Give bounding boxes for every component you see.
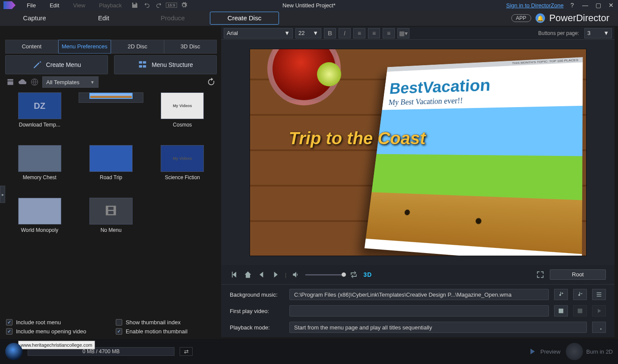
fpv-remove-button[interactable]: [573, 305, 587, 317]
preview-action[interactable]: Preview: [527, 347, 560, 356]
help-icon[interactable]: ?: [568, 1, 577, 9]
chk-motion-thumb[interactable]: ✓Enable motion thumbnail: [116, 328, 217, 335]
fpv-browse-button[interactable]: [554, 305, 568, 317]
remove-music-button[interactable]: [573, 289, 587, 300]
template-thumb: My Videos: [161, 145, 204, 172]
home-icon[interactable]: [244, 270, 252, 279]
overlay-title[interactable]: Trip to the Coast: [289, 129, 426, 148]
minimize-icon[interactable]: —: [581, 1, 589, 9]
mode-row: Capture Edit Produce Create Disc APP 🔔 P…: [0, 10, 618, 26]
playback-mode-field[interactable]: Start from the menu page and play all ti…: [289, 322, 587, 333]
playback-mode-button[interactable]: [592, 322, 606, 333]
menu-preview[interactable]: THIS MONTH'S TOPIC: TOP 100 PLACES BestV…: [250, 49, 586, 256]
mode-create-disc[interactable]: Create Disc: [210, 12, 279, 25]
align-right-button[interactable]: ≡: [383, 28, 395, 38]
create-menu-label: Create Menu: [46, 61, 81, 68]
refresh-icon[interactable]: [206, 77, 216, 87]
playlist-icon: [596, 324, 602, 331]
template-item[interactable]: World Monopoly: [7, 198, 72, 246]
subtab-2d-disc[interactable]: 2D Disc: [111, 40, 164, 54]
swap-icon[interactable]: ⇄: [180, 347, 193, 356]
status-url: www.heritagechristiancollege.com: [18, 341, 95, 349]
menu-structure-button[interactable]: Menu Structure: [114, 55, 217, 74]
bg-music-field[interactable]: C:\Program Files (x86)\CyberLink\Templat…: [289, 289, 549, 300]
music-settings-button[interactable]: [592, 289, 606, 300]
notifications-bell-icon[interactable]: 🔔: [536, 13, 545, 23]
template-item[interactable]: Memory Chest: [7, 145, 72, 193]
italic-button[interactable]: I: [339, 28, 351, 38]
chk-thumb-label: Show thumbnail index: [126, 319, 181, 326]
project-title: New Untitled Project*: [282, 2, 336, 9]
layout-button[interactable]: ▦▾: [397, 28, 409, 38]
template-label: Road Trip: [100, 174, 122, 180]
app-pill[interactable]: APP: [511, 14, 531, 22]
root-button[interactable]: Root: [550, 269, 606, 280]
fpv-field[interactable]: [289, 305, 549, 317]
font-size-select[interactable]: 22▼: [295, 28, 321, 38]
buttons-per-page-select[interactable]: 3▼: [584, 28, 612, 38]
menu-view: View: [67, 1, 91, 10]
fullscreen-icon[interactable]: [536, 270, 545, 279]
template-label: Download Temp...: [19, 122, 60, 128]
chk-thumb-index[interactable]: Show thumbnail index: [116, 319, 217, 326]
aspect-ratio-icon[interactable]: 16:9: [166, 3, 177, 8]
save-icon[interactable]: [131, 2, 138, 9]
magazine-title: BestVacation: [388, 76, 491, 98]
burn-action[interactable]: Burn in 2D: [566, 343, 613, 360]
cloud-icon[interactable]: [18, 78, 27, 86]
templates-filter-label: All Templates: [46, 79, 79, 85]
signin-link[interactable]: Sign in to DirectorZone: [506, 2, 564, 9]
volume-knob[interactable]: [342, 272, 346, 277]
loop-icon[interactable]: [349, 270, 358, 279]
template-grid[interactable]: DZDownload Temp...Best Vacation G...My V…: [5, 90, 217, 333]
undo-icon[interactable]: [143, 2, 150, 9]
template-thumb: [89, 93, 133, 99]
3d-toggle[interactable]: 3D: [363, 271, 372, 278]
right-panel: Arial▼ 22▼ B I ≡ ≡ ≡ ▦▾ Buttons per page…: [221, 27, 615, 337]
chk-include-root[interactable]: ✓Include root menu: [6, 319, 107, 326]
app-logo-icon: [3, 1, 16, 9]
chevron-down-icon: ▼: [313, 30, 318, 36]
step-back-icon[interactable]: [257, 270, 266, 279]
template-item[interactable]: 🎞No Menu: [79, 198, 143, 246]
maximize-icon[interactable]: ▢: [594, 1, 602, 9]
subtab-content[interactable]: Content: [5, 40, 58, 54]
mode-produce[interactable]: Produce: [138, 10, 207, 26]
close-icon[interactable]: ✕: [607, 1, 615, 9]
magazine-photo: [371, 106, 583, 200]
chk-opening-label: Include menu opening video: [16, 328, 86, 335]
globe-icon[interactable]: [30, 78, 39, 86]
step-fwd-icon[interactable]: [271, 270, 280, 279]
menu-file[interactable]: File: [21, 1, 42, 10]
align-center-button[interactable]: ≡: [368, 28, 380, 38]
subtab-3d-disc[interactable]: 3D Disc: [164, 40, 217, 54]
volume-icon[interactable]: [292, 270, 300, 279]
subtab-menu-preferences[interactable]: Menu Preferences: [58, 40, 111, 54]
templates-filter-dropdown[interactable]: All Templates ▼: [42, 76, 98, 88]
bold-button[interactable]: B: [324, 28, 336, 38]
prev-chapter-icon[interactable]: [230, 270, 238, 279]
align-left-button[interactable]: ≡: [353, 28, 365, 38]
import-icon[interactable]: [6, 78, 15, 86]
menu-edit[interactable]: Edit: [44, 1, 65, 10]
film-minus-icon: [577, 307, 583, 314]
template-item[interactable]: My VideosScience Fiction: [150, 145, 215, 193]
template-item[interactable]: My VideosCosmos: [150, 92, 215, 141]
template-item[interactable]: Best Vacation G...: [79, 92, 143, 103]
redo-icon[interactable]: [155, 2, 162, 9]
chevron-down-icon: ▼: [90, 80, 95, 85]
expand-handle[interactable]: ▸: [0, 186, 5, 203]
create-menu-button[interactable]: Create Menu: [5, 55, 108, 74]
add-music-button[interactable]: [554, 289, 568, 300]
fpv-play-button[interactable]: [592, 305, 606, 317]
settings-gear-icon[interactable]: [181, 2, 187, 9]
mode-capture[interactable]: Capture: [0, 10, 69, 26]
mode-edit[interactable]: Edit: [69, 10, 138, 26]
font-select[interactable]: Arial▼: [224, 28, 293, 38]
template-label: World Monopoly: [21, 227, 58, 233]
template-item[interactable]: DZDownload Temp...: [7, 92, 72, 141]
volume-slider[interactable]: [305, 274, 344, 275]
template-item[interactable]: Road Trip: [79, 145, 143, 193]
chk-opening-video[interactable]: ✓Include menu opening video: [6, 328, 107, 335]
magazine-palms: [365, 192, 582, 254]
